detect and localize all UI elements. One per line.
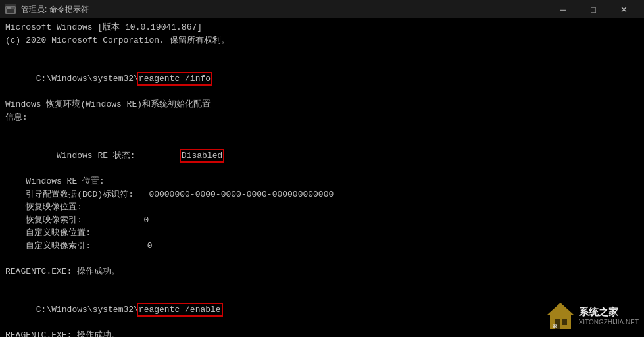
output-line-17 xyxy=(5,278,639,291)
minimize-button[interactable]: ─ xyxy=(548,0,578,18)
watermark-logo: 家 xyxy=(545,300,576,332)
window-controls: ─ □ ✕ xyxy=(548,0,639,18)
output-line-3 xyxy=(5,47,639,60)
terminal-content: Microsoft Windows [版本 10.0.19041.867] (c… xyxy=(0,18,644,337)
output-line-13: 自定义映像位置: xyxy=(5,226,639,240)
watermark-line1: 系统之家 xyxy=(579,306,639,319)
output-line-6: 信息: xyxy=(5,111,639,124)
output-line-14: 自定义映像索引: 0 xyxy=(5,240,639,253)
cmd-window: 管理员: 命令提示符 ─ □ ✕ Microsoft Windows [版本 1… xyxy=(0,0,644,337)
title-bar: 管理员: 命令提示符 ─ □ ✕ xyxy=(0,0,644,18)
maximize-button[interactable]: □ xyxy=(578,0,608,18)
watermark-text: 系统之家 XITONGZHIJIA.NET xyxy=(579,306,639,326)
re-status-value: Disabled xyxy=(182,151,222,161)
output-line-5: Windows 恢复环境(Windows RE)和系统初始化配置 xyxy=(5,98,639,111)
close-button[interactable]: ✕ xyxy=(608,0,639,18)
window-title: 管理员: 命令提示符 xyxy=(21,4,89,15)
output-line-16: REAGENTC.EXE: 操作成功。 xyxy=(5,265,639,278)
svg-text:家: 家 xyxy=(553,323,558,329)
watermark-line2: XITONGZHIJIA.NET xyxy=(579,319,639,326)
title-bar-left: 管理员: 命令提示符 xyxy=(5,4,89,15)
output-line-7 xyxy=(5,124,639,137)
svg-rect-6 xyxy=(562,319,567,325)
output-line-10: 引导配置数据(BCD)标识符: 00000000-0000-0000-0000-… xyxy=(5,188,639,201)
svg-rect-3 xyxy=(9,8,11,9)
output-line-1: Microsoft Windows [版本 10.0.19041.867] xyxy=(5,21,639,34)
output-line-11: 恢复映像位置: xyxy=(5,201,639,214)
output-line-9: Windows RE 位置: xyxy=(5,175,639,188)
svg-rect-2 xyxy=(7,8,9,9)
re-status-label: Windows RE 状态: xyxy=(36,151,182,161)
command-2: reagentc /enable xyxy=(139,305,221,315)
command-1: reagentc /info xyxy=(139,74,211,84)
output-line-4: C:\Windows\system32\reagentc /info xyxy=(5,60,639,99)
output-line-2: (c) 2020 Microsoft Corporation. 保留所有权利。 xyxy=(5,34,639,47)
output-line-15 xyxy=(5,252,639,265)
prompt-prefix-2: C:\Windows\system32\ xyxy=(36,305,139,315)
watermark: 家 系统之家 XITONGZHIJIA.NET xyxy=(545,300,639,332)
prompt-prefix-1: C:\Windows\system32\ xyxy=(36,74,139,84)
window-icon xyxy=(5,4,16,14)
output-line-8: Windows RE 状态: Disabled xyxy=(5,137,639,176)
output-line-12: 恢复映像索引: 0 xyxy=(5,214,639,227)
